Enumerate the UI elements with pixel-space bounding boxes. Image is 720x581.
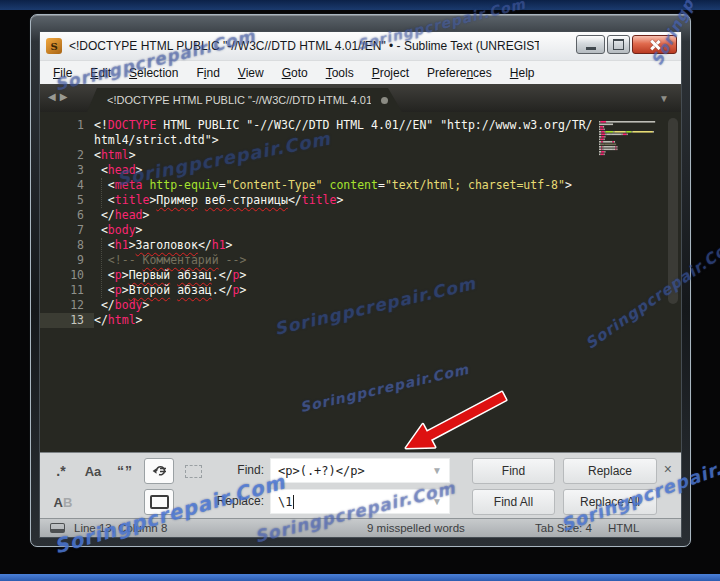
line-number: 4	[40, 178, 94, 193]
preserve-case-a: A	[54, 495, 63, 510]
tab-nav-arrows[interactable]: ◀▶	[48, 91, 71, 102]
code-line: 2<html>	[40, 148, 681, 163]
status-bar: Line 13, Column 8 9 misspelled words Tab…	[40, 518, 681, 537]
replace-input-value: \1	[278, 495, 292, 509]
find-input-value: <p>(.+?)</p>	[278, 464, 365, 478]
panel-toggle-icon[interactable]	[50, 523, 65, 533]
tab-modified-dot-icon	[381, 97, 388, 104]
window-controls	[576, 35, 677, 54]
app-window: S <!DOCTYPE HTML PUBLIC "-//W3C//DTD HTM…	[30, 14, 691, 547]
line-number: 1	[40, 118, 94, 133]
line-number: 5	[40, 193, 94, 208]
menu-item-goto[interactable]: Goto	[273, 63, 317, 83]
replace-all-button[interactable]: Replace All	[563, 489, 657, 515]
line-number: 9	[40, 253, 94, 268]
indent-guide	[101, 238, 102, 298]
window-content: S <!DOCTYPE HTML PUBLIC "-//W3C//DTD HTM…	[39, 31, 682, 538]
wrap-icon	[151, 464, 167, 478]
cursor-position: Line 13, Column 8	[74, 522, 167, 534]
code-line: 9 <!-- Комментарий -->	[40, 253, 681, 268]
menu-item-find[interactable]: Find	[187, 63, 228, 83]
code-line: 1<!DOCTYPE HTML PUBLIC "-//W3C//DTD HTML…	[40, 118, 681, 133]
editor-area[interactable]: ◀▶ <!DOCTYPE HTML PUBLIC "-//W3C//DTD HT…	[40, 84, 681, 452]
menu-item-view[interactable]: View	[229, 63, 273, 83]
background-bottom-strip	[0, 574, 720, 581]
background-top-strip	[0, 0, 720, 10]
indent-guide	[101, 178, 102, 208]
tab-next-icon[interactable]: ▶	[60, 91, 72, 102]
case-sensitive-toggle[interactable]: Aa	[80, 458, 106, 484]
line-number: 8	[40, 238, 94, 253]
panel-close-icon[interactable]: ×	[664, 461, 672, 477]
find-all-button[interactable]: Find All	[472, 489, 555, 515]
close-button[interactable]	[632, 35, 677, 54]
minimap[interactable]	[597, 118, 665, 162]
menu-item-edit[interactable]: Edit	[81, 63, 120, 83]
minimize-button[interactable]	[576, 35, 605, 54]
misspelled-count: 9 misspelled words	[367, 522, 465, 534]
maximize-button[interactable]	[607, 35, 630, 54]
find-replace-panel: .* Aa “” Find: <p>(.+?)</p> ▼	[40, 452, 681, 518]
replace-history-dropdown-icon[interactable]: ▼	[432, 496, 442, 507]
line-number: 10	[40, 268, 94, 283]
maximize-icon	[613, 39, 624, 50]
preserve-case-toggle[interactable]: AB	[48, 489, 78, 515]
sublime-logo-icon: S	[46, 38, 62, 54]
code-line: html4/strict.dtd">	[40, 133, 681, 148]
line-number: 11	[40, 283, 94, 298]
regex-toggle[interactable]: .*	[48, 458, 74, 484]
text-caret	[293, 495, 294, 509]
code-line: 5 <title>Пример веб-страницы</title>	[40, 193, 681, 208]
code-line: 3 <head>	[40, 163, 681, 178]
code-line: 11 <p>Второй абзац.</p>	[40, 283, 681, 298]
code-line: 4 <meta http-equiv="Content-Type" conten…	[40, 178, 681, 193]
line-number: 3	[40, 163, 94, 178]
replace-input[interactable]: \1 ▼	[270, 489, 450, 514]
menu-item-selection[interactable]: Selection	[120, 63, 187, 83]
line-number: 13	[40, 313, 94, 328]
syntax-indicator[interactable]: HTML	[608, 522, 639, 534]
whole-word-toggle[interactable]: “”	[112, 458, 138, 484]
wrap-toggle[interactable]	[144, 458, 174, 484]
scrollbar-thumb[interactable]	[668, 118, 678, 304]
code-line: 10 <p>Первый абзац.</p>	[40, 268, 681, 283]
line-number	[40, 133, 94, 148]
menu-item-preferences[interactable]: Preferences	[418, 63, 501, 83]
close-icon	[649, 39, 661, 51]
preserve-case-b: B	[63, 495, 72, 510]
line-number: 2	[40, 148, 94, 163]
menu-item-tools[interactable]: Tools	[317, 63, 363, 83]
highlight-matches-icon	[150, 495, 169, 509]
menu-bar: FileEditSelectionFindViewGotoToolsProjec…	[40, 60, 681, 84]
tab-doctype-file[interactable]: <!DOCTYPE HTML PUBLIC "-//W3C//DTD HTML …	[87, 88, 402, 112]
code-line: 13</html>	[40, 313, 681, 328]
line-number: 7	[40, 223, 94, 238]
tab-size-indicator[interactable]: Tab Size: 4	[535, 522, 592, 534]
find-button[interactable]: Find	[472, 458, 555, 484]
title-bar[interactable]: S <!DOCTYPE HTML PUBLIC "-//W3C//DTD HTM…	[40, 32, 681, 60]
find-history-dropdown-icon[interactable]: ▼	[432, 465, 442, 476]
tab-prev-icon[interactable]: ◀	[48, 91, 60, 102]
menu-item-project[interactable]: Project	[363, 63, 418, 83]
tab-title: <!DOCTYPE HTML PUBLIC "-//W3C//DTD HTML …	[107, 94, 371, 106]
code-line: 6 </head>	[40, 208, 681, 223]
highlight-matches-toggle[interactable]	[144, 489, 174, 515]
menu-item-help[interactable]: Help	[501, 63, 544, 83]
code-line: 8 <h1>Заголовок</h1>	[40, 238, 681, 253]
code-view[interactable]: 1<!DOCTYPE HTML PUBLIC "-//W3C//DTD HTML…	[40, 112, 681, 452]
minimize-icon	[586, 47, 596, 50]
menu-item-file[interactable]: File	[44, 63, 81, 83]
window-title: <!DOCTYPE HTML PUBLIC "-//W3C//DTD HTML …	[69, 39, 539, 53]
replace-button[interactable]: Replace	[563, 458, 657, 484]
replace-label: Replace:	[180, 494, 264, 508]
find-label: Find:	[180, 463, 264, 477]
line-number: 6	[40, 208, 94, 223]
line-number: 12	[40, 298, 94, 313]
find-input[interactable]: <p>(.+?)</p> ▼	[270, 458, 450, 483]
annotation-arrow	[392, 388, 517, 460]
code-line: 7 <body>	[40, 223, 681, 238]
tab-bar: ◀▶ <!DOCTYPE HTML PUBLIC "-//W3C//DTD HT…	[40, 84, 681, 112]
code-line: 12 </body>	[40, 298, 681, 313]
tab-list-dropdown-icon[interactable]: ▼	[659, 93, 669, 104]
